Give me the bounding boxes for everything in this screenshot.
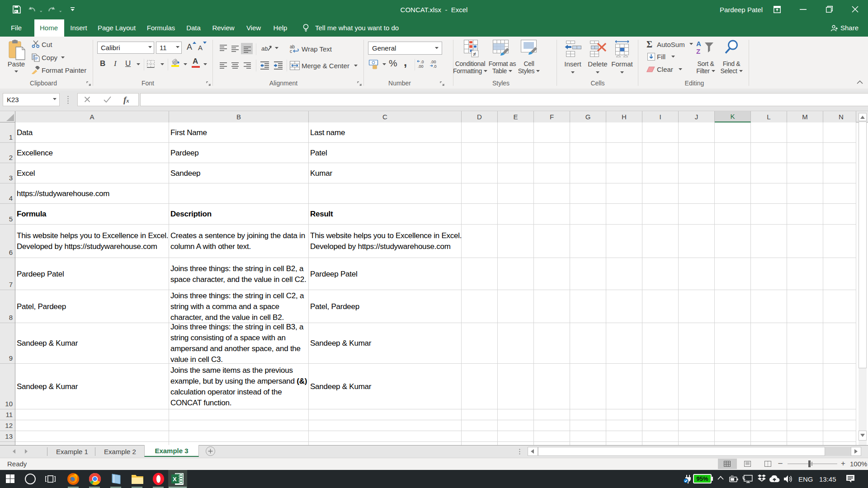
svg-text:≠: ≠	[473, 51, 476, 57]
svg-text:c: c	[290, 49, 292, 53]
svg-text:.00: .00	[418, 64, 424, 68]
svg-text:A: A	[696, 40, 701, 47]
svg-text:.0: .0	[420, 60, 424, 64]
svg-text:X: X	[173, 476, 177, 483]
svg-text:ab: ab	[261, 45, 268, 52]
svg-text:Z: Z	[696, 47, 700, 55]
